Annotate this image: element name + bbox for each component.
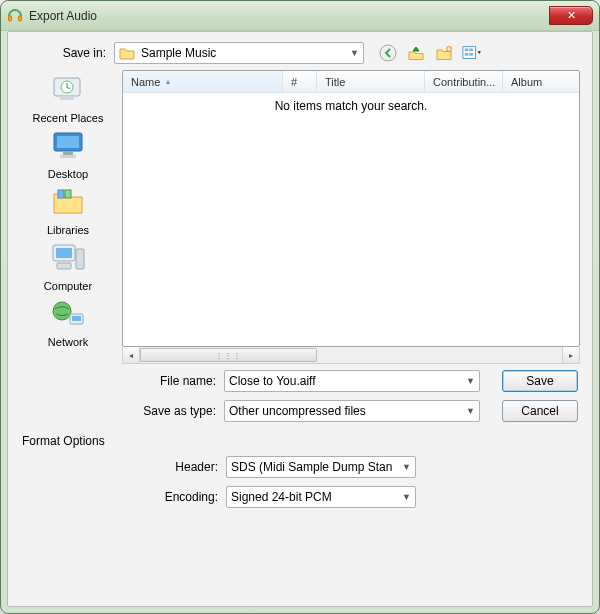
file-name-value: Close to You.aiff	[229, 374, 316, 388]
place-label: Computer	[44, 280, 92, 292]
close-button[interactable]: ✕	[549, 6, 593, 25]
computer-icon	[48, 240, 88, 276]
scroll-right-button[interactable]: ▸	[562, 347, 579, 363]
chevron-down-icon: ▼	[402, 492, 411, 502]
column-title[interactable]: Title	[317, 71, 425, 92]
dialog-body: Save in: Sample Music ▼	[7, 31, 593, 607]
window-title: Export Audio	[29, 9, 549, 23]
horizontal-scrollbar[interactable]: ◂ ⋮⋮⋮ ▸	[122, 347, 580, 364]
chevron-down-icon: ▼	[466, 406, 475, 416]
chevron-down-icon: ▼	[350, 48, 359, 58]
svg-rect-13	[57, 136, 79, 148]
save-button[interactable]: Save	[502, 370, 578, 392]
place-computer[interactable]: Computer	[23, 240, 113, 292]
header-combo[interactable]: SDS (Midi Sample Dump Stan ▼	[226, 456, 416, 478]
listview-body: No items match your search.	[123, 93, 579, 346]
recent-places-icon	[48, 72, 88, 108]
column-number[interactable]: #	[283, 71, 317, 92]
place-label: Libraries	[47, 224, 89, 236]
svg-point-2	[380, 45, 396, 61]
place-label: Desktop	[48, 168, 88, 180]
svg-point-22	[53, 302, 71, 320]
export-audio-dialog: Export Audio ✕ Save in: Sample Music ▼	[0, 0, 600, 614]
chevron-down-icon: ▼	[466, 376, 475, 386]
view-menu-button[interactable]	[462, 43, 482, 63]
format-options-title: Format Options	[8, 424, 592, 452]
libraries-icon	[48, 184, 88, 220]
titlebar[interactable]: Export Audio ✕	[1, 1, 599, 31]
save-as-type-combo[interactable]: Other uncompressed files ▼	[224, 400, 480, 422]
encoding-label: Encoding:	[138, 490, 218, 504]
svg-rect-0	[9, 16, 12, 21]
scroll-thumb[interactable]: ⋮⋮⋮	[140, 348, 317, 362]
column-name[interactable]: Name	[123, 71, 283, 92]
file-listview[interactable]: Name # Title Contributin... Album No ite…	[122, 70, 580, 347]
app-icon	[7, 8, 23, 24]
header-value: SDS (Midi Sample Dump Stan	[231, 460, 392, 474]
svg-rect-6	[469, 48, 473, 51]
svg-rect-8	[469, 53, 473, 56]
place-recent[interactable]: Recent Places	[23, 72, 113, 124]
save-in-value: Sample Music	[141, 46, 216, 60]
up-one-level-button[interactable]	[406, 43, 426, 63]
column-contributing[interactable]: Contributin...	[425, 71, 503, 92]
svg-rect-11	[60, 96, 74, 100]
place-desktop[interactable]: Desktop	[23, 128, 113, 180]
places-bar: Recent Places Desktop Libraries	[20, 70, 116, 364]
save-as-type-value: Other uncompressed files	[229, 404, 366, 418]
save-in-combo[interactable]: Sample Music ▼	[114, 42, 364, 64]
place-label: Network	[48, 336, 88, 348]
new-folder-button[interactable]	[434, 43, 454, 63]
scroll-track[interactable]: ⋮⋮⋮	[140, 347, 562, 363]
file-name-combo[interactable]: Close to You.aiff ▼	[224, 370, 480, 392]
encoding-combo[interactable]: Signed 24-bit PCM ▼	[226, 486, 416, 508]
place-label: Recent Places	[33, 112, 104, 124]
svg-rect-4	[463, 47, 476, 59]
svg-rect-19	[56, 248, 72, 258]
svg-rect-5	[465, 48, 469, 51]
save-as-type-label: Save as type:	[106, 404, 216, 418]
encoding-value: Signed 24-bit PCM	[231, 490, 332, 504]
svg-rect-14	[63, 152, 73, 155]
scroll-left-button[interactable]: ◂	[123, 347, 140, 363]
cancel-button[interactable]: Cancel	[502, 400, 578, 422]
svg-rect-21	[57, 263, 71, 269]
header-label: Header:	[138, 460, 218, 474]
place-network[interactable]: Network	[23, 296, 113, 348]
save-in-label: Save in:	[20, 46, 106, 60]
back-button[interactable]	[378, 43, 398, 63]
place-libraries[interactable]: Libraries	[23, 184, 113, 236]
column-album[interactable]: Album	[503, 71, 579, 92]
svg-rect-20	[76, 249, 84, 269]
folder-icon	[119, 45, 135, 61]
network-icon	[48, 296, 88, 332]
file-name-label: File name:	[106, 374, 216, 388]
svg-rect-1	[19, 16, 22, 21]
svg-rect-16	[58, 190, 64, 198]
svg-rect-24	[72, 316, 81, 321]
svg-rect-7	[465, 53, 469, 56]
chevron-down-icon: ▼	[402, 462, 411, 472]
desktop-icon	[48, 128, 88, 164]
svg-rect-15	[60, 155, 76, 158]
listview-header: Name # Title Contributin... Album	[123, 71, 579, 93]
empty-message: No items match your search.	[123, 99, 579, 113]
svg-rect-17	[65, 190, 71, 198]
